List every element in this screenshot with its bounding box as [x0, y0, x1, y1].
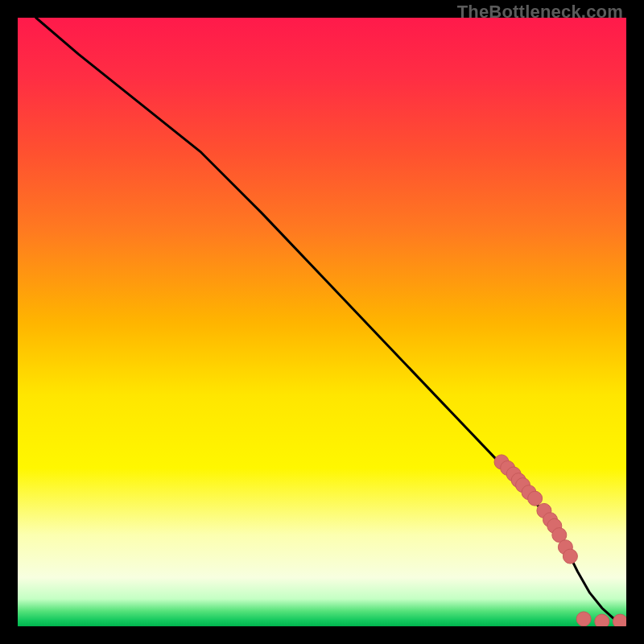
gradient-bg [18, 18, 626, 626]
data-point [576, 612, 591, 626]
data-point [613, 614, 626, 626]
data-point [528, 491, 543, 506]
data-point [563, 549, 577, 564]
chart-frame [18, 18, 626, 626]
chart-svg [18, 18, 626, 626]
data-point [595, 614, 609, 626]
watermark-text: TheBottleneck.com [457, 2, 623, 23]
